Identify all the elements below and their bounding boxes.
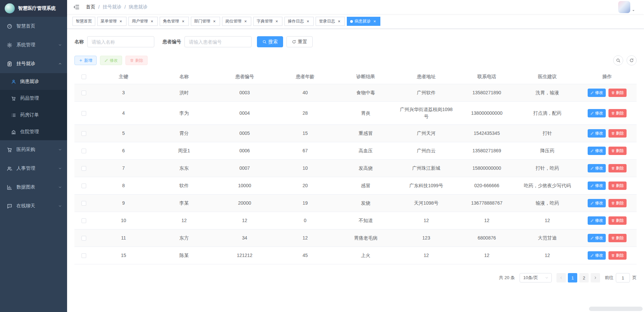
cell-address: 广州珠江新城 <box>396 160 457 177</box>
row-checkbox[interactable] <box>82 166 86 171</box>
row-edit-button[interactable]: 修改 <box>588 181 606 190</box>
row-checkbox[interactable] <box>82 149 86 153</box>
sidebar-item[interactable]: 在线聊天 <box>0 197 67 215</box>
row-delete-button[interactable]: 删除 <box>608 234 627 242</box>
refresh-icon <box>629 58 634 63</box>
page-size-select[interactable]: 10条/页 <box>520 273 552 282</box>
search-button[interactable]: 搜索 <box>257 36 283 47</box>
row-delete-button[interactable]: 删除 <box>608 147 627 155</box>
cell-phone: 136778888767 <box>457 195 517 212</box>
row-delete-button[interactable]: 删除 <box>608 199 627 207</box>
row-checkbox[interactable] <box>82 236 86 241</box>
tab-item[interactable]: 智慧首页 <box>72 17 95 26</box>
close-icon[interactable]: × <box>337 19 341 24</box>
row-delete-button[interactable]: 删除 <box>608 251 627 260</box>
row-delete-button[interactable]: 删除 <box>608 216 627 225</box>
row-checkbox[interactable] <box>82 184 86 188</box>
cell-patient_no: 121212 <box>214 247 275 264</box>
sidebar-item[interactable]: 人事管理 <box>0 159 67 178</box>
sidebar-item[interactable]: 挂号就诊 <box>0 54 67 73</box>
sidebar-item[interactable]: 智慧首页 <box>0 17 67 36</box>
row-edit-button[interactable]: 修改 <box>588 164 606 172</box>
tab-item[interactable]: 用户管理× <box>128 17 158 26</box>
delete-button[interactable]: 删除 <box>125 56 148 65</box>
cell-address: 广州兴华街道荔枝岗1098号 <box>396 102 457 125</box>
app-logo[interactable]: 智慧医疗管理系统 <box>0 0 67 17</box>
close-icon[interactable]: × <box>372 19 377 24</box>
tab-item[interactable]: 字典管理× <box>253 17 282 26</box>
close-icon[interactable]: × <box>118 19 123 24</box>
row-checkbox[interactable] <box>82 131 86 136</box>
row-delete-button[interactable]: 删除 <box>608 109 627 117</box>
row-delete-button[interactable]: 删除 <box>608 89 627 97</box>
sidebar-item[interactable]: 系统管理 <box>0 36 67 54</box>
page-number-button[interactable]: 1 <box>568 273 577 282</box>
add-button[interactable]: 新增 <box>74 56 97 65</box>
row-edit-button[interactable]: 修改 <box>588 147 606 155</box>
sidebar-subitem[interactable]: 药房订单 <box>0 107 67 123</box>
hamburger-icon[interactable] <box>73 4 80 10</box>
tab-item[interactable]: 登录日志× <box>316 17 345 26</box>
close-icon[interactable]: × <box>212 19 217 24</box>
next-page-button[interactable] <box>591 273 600 282</box>
page-numbers: 12 <box>568 273 589 282</box>
row-checkbox[interactable] <box>82 218 86 223</box>
sidebar-subitem[interactable]: 病患就诊 <box>0 73 67 90</box>
breadcrumb-item[interactable]: 首页 <box>86 4 95 10</box>
reset-button[interactable]: 重置 <box>286 36 313 47</box>
avatar[interactable] <box>618 1 630 13</box>
goto-page-input[interactable] <box>616 273 630 282</box>
name-input[interactable] <box>87 36 154 47</box>
row-checkbox[interactable] <box>82 253 86 258</box>
search-icon <box>262 40 267 44</box>
row-delete-button[interactable]: 删除 <box>608 129 627 138</box>
sidebar-subitem[interactable]: 住院管理 <box>0 123 67 140</box>
cell-phone: 15800000000 <box>457 160 517 177</box>
row-checkbox[interactable] <box>82 91 86 95</box>
row-edit-button[interactable]: 修改 <box>588 234 606 242</box>
refresh-table-button[interactable] <box>627 55 637 65</box>
tab-item[interactable]: 操作日志× <box>284 17 314 26</box>
cell-id: 15 <box>93 247 154 264</box>
toggle-search-button[interactable] <box>613 55 623 65</box>
sidebar-subitem[interactable]: 药品管理 <box>0 90 67 107</box>
close-icon[interactable]: × <box>243 19 248 24</box>
row-checkbox[interactable] <box>82 201 86 206</box>
chevron-left-icon <box>559 276 563 280</box>
select-all-checkbox[interactable] <box>82 74 86 79</box>
user-menu[interactable] <box>618 1 638 13</box>
row-edit-button[interactable]: 修改 <box>588 109 606 117</box>
row-edit-button[interactable]: 修改 <box>588 199 606 207</box>
top-navbar: 首页/挂号就诊/病患就诊 <box>67 0 644 14</box>
patient-no-input[interactable] <box>184 36 252 47</box>
row-edit-button[interactable]: 修改 <box>588 216 606 225</box>
cell-address: 广州天河 <box>396 125 457 142</box>
close-icon[interactable]: × <box>306 19 310 24</box>
cell-age: 40 <box>275 84 336 102</box>
close-icon[interactable]: × <box>150 19 154 24</box>
close-icon[interactable]: × <box>181 19 185 24</box>
tab-item[interactable]: 菜单管理× <box>97 17 126 26</box>
prev-page-button[interactable] <box>556 273 566 282</box>
tab-item[interactable]: 岗位管理× <box>222 17 251 26</box>
row-edit-button[interactable]: 修改 <box>588 89 606 97</box>
row-delete-button[interactable]: 删除 <box>608 164 627 172</box>
tab-item[interactable]: 角色管理× <box>160 17 189 26</box>
horizontal-scrollbar[interactable] <box>589 307 643 311</box>
row-checkbox[interactable] <box>82 111 86 116</box>
page-number-button[interactable]: 2 <box>579 273 589 282</box>
row-delete-button[interactable]: 删除 <box>608 181 627 190</box>
chevron-down-icon <box>58 185 62 189</box>
tab-item[interactable]: 病患就诊× <box>347 17 380 26</box>
tab-item[interactable]: 部门管理× <box>191 17 220 26</box>
chevron-up-icon <box>58 62 62 66</box>
sidebar-item[interactable]: 医药采购 <box>0 140 67 159</box>
sidebar-item[interactable]: 数据图表 <box>0 178 67 197</box>
close-icon[interactable]: × <box>274 19 279 24</box>
cell-age: 20 <box>275 177 336 195</box>
row-edit-button[interactable]: 修改 <box>588 251 606 260</box>
cell-phone: 13580271869 <box>457 142 517 160</box>
delete-icon <box>611 184 615 188</box>
row-edit-button[interactable]: 修改 <box>588 129 606 138</box>
edit-button[interactable]: 修改 <box>100 56 122 65</box>
